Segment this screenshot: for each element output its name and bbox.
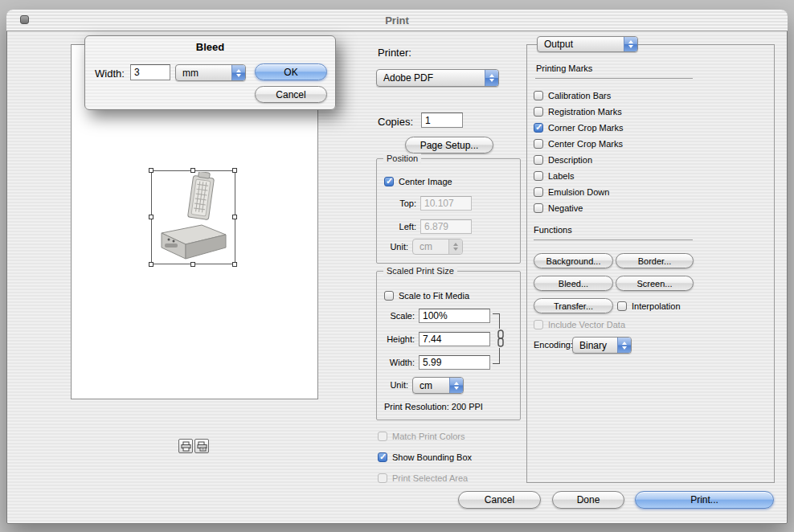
print-selected-area-label: Print Selected Area	[392, 473, 468, 483]
cancel-button[interactable]: Cancel	[458, 491, 541, 509]
bbox-handle-s[interactable]	[190, 262, 195, 267]
scale-label: Scale:	[372, 311, 415, 321]
border-button-label: Border...	[638, 256, 672, 266]
include-vector-data-label: Include Vector Data	[548, 320, 625, 329]
popup-arrows-icon	[448, 239, 462, 254]
center-image-label: Center Image	[399, 177, 452, 186]
print-selected-area-checkbox: Print Selected Area	[378, 473, 468, 484]
center-image-checkbox[interactable]: Center Image	[384, 176, 452, 187]
interpolation-checkbox[interactable]: Interpolation	[617, 301, 681, 312]
scaled-print-size-legend: Scaled Print Size	[383, 266, 457, 276]
checkbox-box	[617, 301, 627, 311]
width-input[interactable]	[419, 355, 490, 370]
position-unit-value: cm	[420, 241, 432, 252]
checkbox-box	[378, 432, 387, 441]
transfer-button-label: Transfer...	[554, 301, 593, 311]
checkbox-box	[534, 155, 543, 165]
interpolation-label: Interpolation	[632, 301, 681, 311]
bbox-handle-se[interactable]	[232, 262, 237, 267]
screen-button[interactable]: Screen...	[616, 276, 694, 291]
labels-label: Labels	[548, 171, 574, 181]
position-top-input	[420, 196, 472, 211]
copies-input[interactable]	[421, 113, 463, 128]
position-left-input	[420, 219, 472, 234]
negative-checkbox[interactable]: Negative	[534, 203, 583, 214]
registration-marks-checkbox[interactable]: Registration Marks	[534, 106, 622, 117]
panel-mode-select[interactable]: Output	[537, 36, 638, 52]
window-close-button[interactable]	[20, 15, 29, 24]
emulsion-down-checkbox[interactable]: Emulsion Down	[534, 186, 609, 198]
scaled-unit-select[interactable]: cm	[412, 377, 464, 394]
preview-bounding-box[interactable]	[151, 170, 235, 264]
bleed-unit-value: mm	[182, 68, 198, 79]
bleed-unit-select[interactable]: mm	[175, 64, 246, 81]
corner-crop-marks-checkbox[interactable]: Corner Crop Marks	[534, 122, 624, 133]
printer-pages-icon	[197, 441, 207, 452]
print-button[interactable]: Print...	[635, 491, 774, 509]
window-titlebar[interactable]: Print	[6, 10, 788, 31]
bleed-cancel-button[interactable]: Cancel	[255, 86, 327, 103]
encoding-select[interactable]: Binary	[572, 337, 632, 354]
background-button[interactable]: Background...	[534, 253, 613, 268]
bbox-handle-sw[interactable]	[149, 262, 153, 267]
printing-marks-divider	[535, 78, 693, 79]
cancel-button-label: Cancel	[485, 494, 514, 505]
description-label: Description	[548, 155, 592, 165]
bbox-handle-n[interactable]	[190, 168, 195, 173]
printer-icon-button-right[interactable]	[194, 439, 209, 453]
print-resolution-text: Print Resolution: 200 PPI	[384, 402, 483, 411]
position-left-label: Left:	[376, 222, 416, 231]
scale-to-fit-checkbox[interactable]: Scale to Fit Media	[384, 290, 469, 301]
labels-checkbox[interactable]: Labels	[534, 170, 574, 182]
popup-arrows-icon	[449, 378, 463, 393]
bleed-dialog-title: Bleed	[85, 41, 335, 53]
description-checkbox[interactable]: Description	[534, 154, 592, 166]
height-input[interactable]	[419, 332, 490, 346]
printer-icon	[181, 441, 191, 452]
document-preview-image	[155, 172, 231, 262]
position-legend: Position	[383, 153, 421, 163]
bbox-handle-ne[interactable]	[232, 168, 237, 173]
checkbox-box	[378, 452, 387, 462]
printing-marks-label: Printing Marks	[536, 63, 592, 73]
print-button-label: Print...	[690, 494, 718, 505]
negative-label: Negative	[548, 203, 583, 213]
printer-icon-button-left[interactable]	[178, 439, 193, 453]
bbox-handle-w[interactable]	[149, 215, 153, 219]
match-print-colors-checkbox: Match Print Colors	[378, 431, 465, 442]
bbox-handle-e[interactable]	[232, 215, 237, 219]
checkbox-box	[534, 187, 543, 197]
page-setup-button[interactable]: Page Setup...	[405, 137, 493, 153]
center-crop-marks-checkbox[interactable]: Center Crop Marks	[534, 138, 623, 149]
screen-button-label: Screen...	[636, 279, 672, 289]
width-label: Width:	[372, 358, 415, 367]
bleed-ok-button[interactable]: OK	[255, 63, 327, 80]
functions-divider	[534, 239, 693, 240]
popup-arrows-icon	[485, 70, 498, 86]
transfer-button[interactable]: Transfer...	[534, 298, 613, 313]
show-bounding-box-checkbox[interactable]: Show Bounding Box	[378, 452, 472, 463]
calibration-bars-checkbox[interactable]: Calibration Bars	[534, 90, 611, 101]
bbox-handle-nw[interactable]	[149, 168, 153, 173]
registration-marks-label: Registration Marks	[548, 107, 622, 117]
scale-to-fit-label: Scale to Fit Media	[399, 291, 469, 301]
border-button[interactable]: Border...	[616, 253, 694, 268]
bleed-cancel-label: Cancel	[276, 89, 305, 100]
panel-mode-value: Output	[544, 39, 573, 50]
encoding-value: Binary	[579, 340, 607, 351]
bleed-button[interactable]: Bleed...	[534, 276, 613, 291]
include-vector-data-checkbox: Include Vector Data	[534, 319, 625, 330]
bleed-dialog: Bleed Width: mm OK Cancel	[84, 35, 336, 110]
scale-input[interactable]	[419, 309, 490, 323]
popup-arrows-icon	[231, 65, 245, 80]
position-unit-select: cm	[412, 239, 463, 255]
popup-arrows-icon	[624, 37, 637, 51]
done-button[interactable]: Done	[552, 491, 624, 509]
checkbox-box	[378, 473, 387, 483]
bleed-ok-label: OK	[284, 67, 297, 78]
page-setup-label: Page Setup...	[420, 140, 479, 151]
position-top-label: Top:	[376, 198, 416, 208]
bleed-width-input[interactable]	[130, 64, 170, 80]
printer-select-value: Adobe PDF	[383, 72, 433, 84]
printer-select[interactable]: Adobe PDF	[376, 69, 499, 87]
